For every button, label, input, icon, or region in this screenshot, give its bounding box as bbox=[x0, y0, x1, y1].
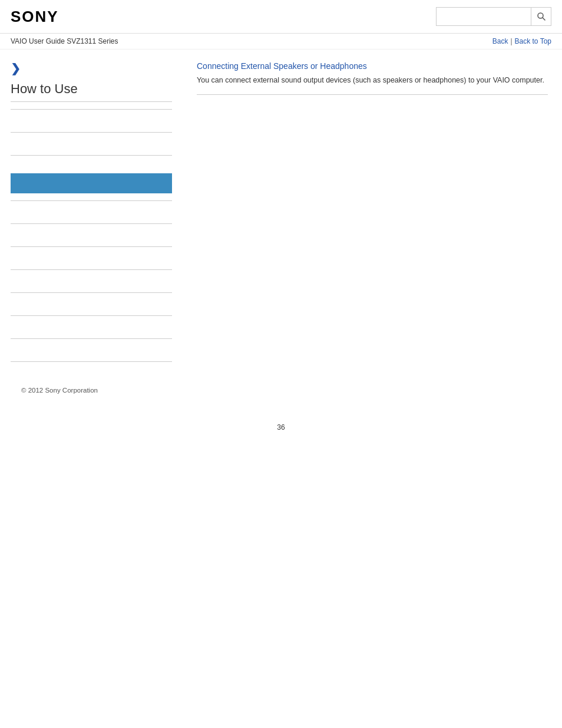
sidebar-divider-5 bbox=[11, 223, 172, 224]
sony-logo: SONY bbox=[11, 8, 59, 26]
page-number: 36 bbox=[0, 411, 562, 437]
search-icon bbox=[537, 12, 546, 21]
sidebar-item-9 bbox=[11, 323, 172, 331]
article-content: Connecting External Speakers or Headphon… bbox=[183, 50, 562, 411]
sidebar-item-3 bbox=[11, 163, 172, 171]
sidebar-item-2 bbox=[11, 140, 172, 148]
sidebar-divider-11 bbox=[11, 361, 172, 362]
footer: © 2012 Sony Corporation bbox=[11, 369, 172, 400]
sidebar-divider-7 bbox=[11, 269, 172, 270]
sidebar-item-1 bbox=[11, 117, 172, 125]
copyright: © 2012 Sony Corporation bbox=[21, 387, 98, 394]
sidebar: ❯ How to Use © 2012 Sony Corporation bbox=[0, 50, 183, 411]
sidebar-divider-3 bbox=[11, 155, 172, 156]
sidebar-divider-4 bbox=[11, 200, 172, 201]
back-link[interactable]: Back bbox=[492, 37, 508, 45]
sidebar-title: How to Use bbox=[11, 81, 172, 102]
guide-title: VAIO User Guide SVZ1311 Series bbox=[11, 37, 118, 45]
sidebar-item-5 bbox=[11, 231, 172, 239]
sidebar-divider-8 bbox=[11, 292, 172, 293]
article-body: You can connect external sound output de… bbox=[197, 74, 548, 86]
main-content: ❯ How to Use © 2012 Sony Corporation bbox=[0, 50, 562, 411]
sidebar-item-7 bbox=[11, 277, 172, 285]
content-divider bbox=[197, 94, 548, 95]
sidebar-item-4 bbox=[11, 208, 172, 216]
back-to-top-link[interactable]: Back to Top bbox=[515, 37, 551, 45]
search-box bbox=[436, 7, 551, 26]
sidebar-divider-2 bbox=[11, 132, 172, 133]
nav-separator: | bbox=[510, 37, 512, 45]
nav-bar: VAIO User Guide SVZ1311 Series Back | Ba… bbox=[0, 34, 562, 50]
sidebar-item-active[interactable] bbox=[11, 173, 172, 193]
header: SONY bbox=[0, 0, 562, 34]
sidebar-item-6 bbox=[11, 254, 172, 262]
sidebar-item-10 bbox=[11, 346, 172, 354]
sidebar-divider-9 bbox=[11, 315, 172, 316]
search-button[interactable] bbox=[531, 8, 551, 25]
nav-links: Back | Back to Top bbox=[492, 37, 551, 45]
sidebar-divider-1 bbox=[11, 109, 172, 110]
breadcrumb-arrow: ❯ bbox=[11, 61, 172, 75]
sidebar-item-8 bbox=[11, 300, 172, 308]
sidebar-divider-10 bbox=[11, 338, 172, 339]
svg-point-0 bbox=[538, 13, 543, 18]
sidebar-divider-6 bbox=[11, 246, 172, 247]
search-input[interactable] bbox=[437, 8, 531, 25]
svg-line-1 bbox=[543, 18, 546, 21]
article-title[interactable]: Connecting External Speakers or Headphon… bbox=[197, 61, 548, 71]
